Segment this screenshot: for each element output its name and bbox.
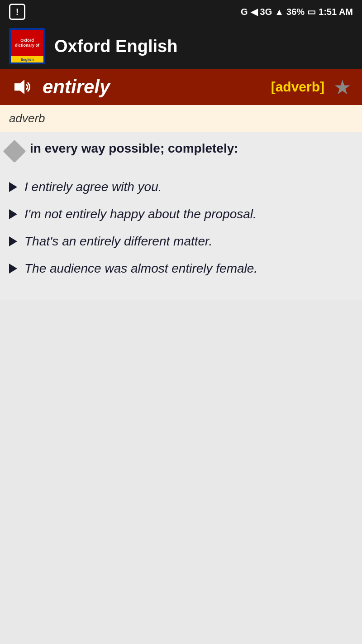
example-arrow-icon — [9, 264, 17, 274]
status-icons: G ◀ 3G ▲ 36% ▭ 1:51 AM — [241, 6, 353, 17]
definition-diamond-icon — [3, 140, 26, 163]
battery-icon: ▭ — [307, 6, 316, 17]
notification-icon: ! — [9, 4, 25, 20]
speaker-icon[interactable] — [11, 77, 33, 97]
status-bar: ! G ◀ 3G ▲ 36% ▭ 1:51 AM — [0, 0, 362, 24]
example-arrow-icon — [9, 182, 17, 192]
example-text-4: The audience was almost entirely female. — [24, 259, 257, 278]
signal-bars: ◀ — [251, 6, 257, 17]
definition-text: in every way possible; completely: — [30, 139, 238, 157]
app-title: Oxford English — [54, 37, 177, 56]
oxford-logo: Oxford dictionary of English — [9, 28, 45, 64]
network-arrows: ▲ — [275, 7, 284, 17]
example-item-4: The audience was almost entirely female. — [9, 259, 353, 278]
example-text-1: I entirely agree with you. — [24, 178, 162, 197]
main-content-area — [0, 300, 362, 644]
word-type-badge: [adverb] — [271, 79, 324, 95]
example-text-3: That's an entirely different matter. — [24, 232, 212, 251]
example-text-2: I'm not entirely happy about the proposa… — [24, 205, 257, 224]
definition-section: in every way possible; completely: — [0, 132, 362, 178]
word-header: entirely [adverb] ★ — [0, 69, 362, 105]
example-item-1: I entirely agree with you. — [9, 178, 353, 197]
word-display: entirely — [43, 76, 262, 98]
network-indicator: 3G — [260, 7, 272, 17]
logo-top-text: Oxford dictionary of — [11, 30, 43, 56]
battery-percent: 36% — [286, 7, 305, 17]
logo-bottom-text: English — [11, 56, 43, 62]
clock: 1:51 AM — [319, 7, 353, 17]
bookmark-star-icon[interactable]: ★ — [333, 76, 351, 99]
definition-row: in every way possible; completely: — [6, 139, 353, 159]
example-item-2: I'm not entirely happy about the proposa… — [9, 205, 353, 224]
signal-indicator: G — [241, 7, 248, 17]
example-arrow-icon — [9, 236, 17, 246]
svg-marker-0 — [14, 80, 24, 94]
examples-section: I entirely agree with you. I'm not entir… — [0, 178, 362, 300]
example-arrow-icon — [9, 209, 17, 219]
app-header: Oxford dictionary of English Oxford Engl… — [0, 24, 362, 69]
example-item-3: That's an entirely different matter. — [9, 232, 353, 251]
pos-label: adverb — [0, 105, 362, 132]
